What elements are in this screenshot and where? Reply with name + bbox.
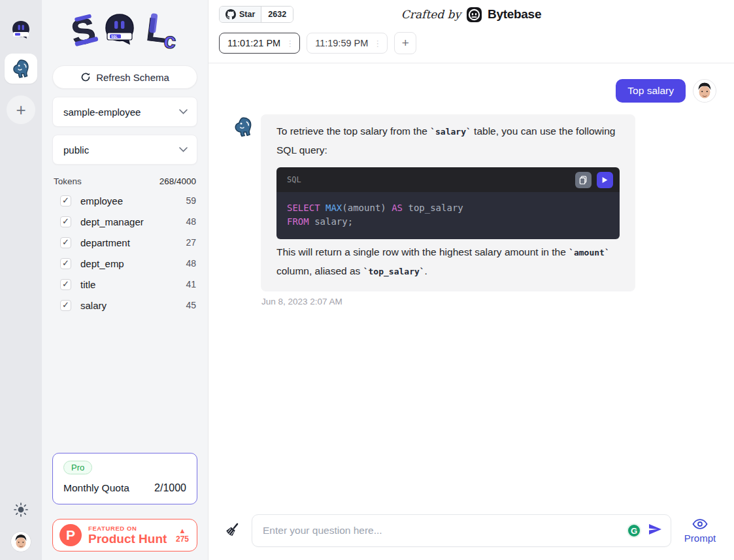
product-hunt-badge[interactable]: P FEATURED ON Product Hunt ▲ 275 (52, 519, 197, 552)
table-name: title (80, 279, 186, 290)
connection-rail: + (0, 0, 42, 560)
inline-code: `amount` (569, 248, 610, 257)
assistant-postgres-avatar (232, 116, 254, 138)
copy-code-button[interactable] (575, 172, 592, 188)
sqlchat-logo: S SQL L c (52, 7, 197, 58)
play-icon (601, 176, 609, 184)
table-row-title[interactable]: title 41 (52, 274, 197, 295)
prompt-button[interactable]: Prompt (682, 518, 718, 544)
tab-conversation-1[interactable]: 11:01:21 PM ⋮ (219, 33, 300, 54)
table-token-count: 48 (186, 216, 196, 227)
table-name: dept_manager (80, 216, 186, 227)
table-name: employee (80, 195, 186, 206)
table-row-employee[interactable]: employee 59 (52, 190, 197, 211)
tab-menu-icon[interactable]: ⋮ (286, 39, 294, 48)
table-token-count: 41 (186, 279, 196, 289)
tab-conversation-2[interactable]: 11:19:59 PM ⋮ (307, 33, 388, 54)
star-count: 2632 (261, 7, 293, 22)
top-bar: Star 2632 Crafted by Bytebase (209, 0, 734, 29)
account-avatar[interactable] (10, 531, 31, 552)
tab-label: 11:01:21 PM (227, 38, 280, 48)
quota-value: 2/1000 (154, 482, 186, 494)
new-conversation-button[interactable]: + (394, 32, 416, 54)
theme-toggle-sun-icon[interactable] (14, 502, 28, 519)
refresh-schema-label: Refresh Schema (96, 72, 169, 83)
sidebar: S SQL L c (42, 0, 209, 560)
table-row-salary[interactable]: salary 45 (52, 295, 197, 316)
code-language-label: SQL (287, 171, 570, 189)
svg-text:c: c (162, 27, 177, 54)
question-input[interactable] (252, 515, 671, 546)
prompt-label: Prompt (682, 533, 718, 544)
refresh-schema-button[interactable]: Refresh Schema (52, 65, 197, 89)
sqlchat-app: + (0, 0, 734, 560)
bytebase-icon (466, 7, 482, 23)
send-button[interactable] (647, 521, 663, 540)
quota-card: Pro Monthly Quota 2/1000 (52, 453, 197, 504)
tokens-summary: Tokens 268/4000 (54, 176, 196, 186)
checkbox-checked[interactable] (60, 258, 71, 269)
product-hunt-logo: P (59, 524, 82, 546)
product-hunt-upvotes: ▲ 275 (176, 527, 189, 544)
quota-label: Monthly Quota (63, 482, 129, 494)
checkbox-checked[interactable] (60, 300, 71, 311)
schema-select-value: public (63, 144, 89, 156)
connection-postgres[interactable] (5, 54, 37, 84)
tokens-label: Tokens (54, 176, 82, 186)
star-label: Star (239, 10, 255, 19)
tab-menu-icon[interactable]: ⋮ (373, 39, 382, 48)
grammarly-icon[interactable]: G (627, 523, 641, 538)
assistant-paragraph-2: This will return a single row with the h… (276, 243, 620, 281)
add-connection-button[interactable]: + (7, 95, 35, 124)
assistant-message-row: To retrieve the top salary from the `sal… (232, 114, 716, 306)
run-query-button[interactable] (597, 172, 613, 188)
send-icon (647, 521, 663, 537)
chat-area: Top salary (209, 63, 734, 506)
table-token-count: 45 (186, 300, 196, 310)
checkbox-checked[interactable] (60, 279, 71, 290)
product-hunt-featured-label: FEATURED ON (88, 525, 169, 532)
clear-conversation-broom-icon[interactable] (224, 521, 241, 540)
github-icon (225, 9, 236, 20)
svg-text:SQL: SQL (111, 35, 118, 39)
table-name: department (80, 237, 186, 248)
table-row-dept-manager[interactable]: dept_manager 48 (52, 211, 197, 232)
code-block-header: SQL (276, 167, 620, 192)
table-row-dept-emp[interactable]: dept_emp 48 (52, 253, 197, 274)
user-avatar (693, 79, 716, 103)
table-name: dept_emp (80, 258, 186, 269)
postgresql-icon (10, 58, 31, 79)
clipboard-icon (579, 176, 588, 184)
inline-code: `salary` (430, 127, 471, 137)
github-star-button[interactable]: Star 2632 (219, 6, 293, 23)
tokens-value: 268/4000 (159, 176, 196, 186)
code-block-body: SELECT MAX(amount) AS top_salary FROM sa… (276, 192, 620, 239)
eye-icon (692, 518, 708, 530)
assistant-message-bubble: To retrieve the top salary from the `sal… (261, 114, 635, 291)
table-name: salary (80, 300, 186, 311)
checkbox-checked[interactable] (60, 237, 71, 248)
table-token-count: 59 (186, 195, 196, 206)
inline-code: `top_salary` (363, 267, 425, 276)
table-row-department[interactable]: department 27 (52, 232, 197, 253)
schema-select[interactable]: public (52, 135, 197, 165)
message-timestamp: Jun 8, 2023 2:07 AM (261, 297, 635, 306)
database-select-value: sample-employee (63, 107, 141, 118)
question-input-container: G (252, 514, 671, 547)
table-token-count: 48 (186, 258, 196, 269)
checkbox-checked[interactable] (60, 195, 71, 206)
chevron-down-icon (179, 109, 188, 114)
user-message-row: Top salary (232, 79, 716, 103)
sqlchat-bot-icon[interactable] (8, 18, 33, 43)
product-hunt-name: Product Hunt (88, 532, 169, 546)
user-message-bubble[interactable]: Top salary (616, 79, 686, 103)
checkbox-checked[interactable] (60, 216, 71, 227)
sql-code-block: SQL (276, 167, 620, 239)
bytebase-wordmark: Bytebase (488, 7, 541, 22)
database-select[interactable]: sample-employee (52, 97, 197, 127)
chevron-down-icon (179, 147, 188, 152)
conversation-tabs: 11:01:21 PM ⋮ 11:19:59 PM ⋮ + (209, 29, 734, 63)
table-token-count: 27 (186, 237, 196, 248)
message-input-bar: G Prompt (209, 506, 734, 560)
tab-label: 11:19:59 PM (315, 38, 368, 48)
